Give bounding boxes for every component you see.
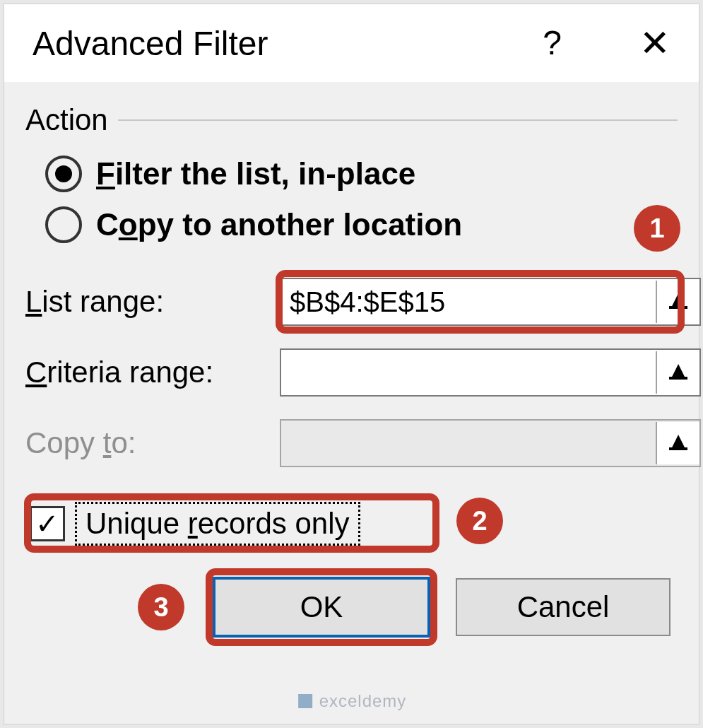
list-range-label: List range: xyxy=(25,285,280,319)
copy-to-input-wrap: ▲ xyxy=(280,419,701,467)
copy-to-label: Copy to: xyxy=(25,426,280,460)
criteria-range-refedit-button[interactable]: ▲ xyxy=(656,351,699,394)
copy-to-row: Copy to: ▲ xyxy=(25,417,678,469)
unique-records-row[interactable]: ✓ Unique records only 2 xyxy=(30,502,678,546)
radio-filter-in-place[interactable]: Filter the list, in-place xyxy=(45,155,678,192)
dialog-title: Advanced Filter xyxy=(33,24,543,63)
dialog-button-row: 3 OK Cancel xyxy=(25,577,678,638)
help-icon[interactable]: ? xyxy=(543,26,562,60)
list-range-row: List range: ▲ xyxy=(25,276,678,328)
radio-label-filter-in-place: Filter the list, in-place xyxy=(96,156,415,192)
criteria-range-row: Criteria range: ▲ xyxy=(25,346,678,399)
watermark-logo-icon xyxy=(297,693,314,710)
radio-label-copy-location: Copy to another location xyxy=(96,207,462,242)
criteria-range-label: Criteria range: xyxy=(25,356,280,389)
radio-copy-to-another-location[interactable]: Copy to another location 1 xyxy=(45,206,678,243)
copy-to-refedit-button[interactable]: ▲ xyxy=(656,422,699,464)
collapse-dialog-icon: ▲ xyxy=(666,365,690,380)
close-icon[interactable]: ✕ xyxy=(639,25,670,61)
unique-records-checkbox[interactable]: ✓ xyxy=(30,506,65,541)
criteria-range-input[interactable] xyxy=(281,350,656,395)
unique-records-label: Unique records only xyxy=(75,502,360,546)
callout-badge-2: 2 xyxy=(456,498,503,544)
collapse-dialog-icon: ▲ xyxy=(666,295,690,309)
radio-icon xyxy=(45,206,82,243)
svg-rect-0 xyxy=(298,694,312,708)
criteria-range-input-wrap: ▲ xyxy=(280,348,701,397)
callout-badge-1: 1 xyxy=(634,205,680,252)
list-range-input[interactable] xyxy=(281,279,656,324)
list-range-input-wrap: ▲ xyxy=(280,278,701,326)
checkmark-icon: ✓ xyxy=(35,510,59,538)
copy-to-input xyxy=(281,421,656,466)
cancel-button[interactable]: Cancel xyxy=(456,578,670,636)
titlebar: Advanced Filter ? ✕ xyxy=(4,4,699,82)
radio-icon xyxy=(45,155,82,192)
callout-badge-3: 3 xyxy=(138,584,184,630)
list-range-refedit-button[interactable]: ▲ xyxy=(656,281,699,323)
collapse-dialog-icon: ▲ xyxy=(666,436,690,450)
action-group-label: Action xyxy=(25,103,678,137)
watermark: exceldemy xyxy=(297,691,407,711)
advanced-filter-dialog: Advanced Filter ? ✕ Action Filter the li… xyxy=(4,4,699,724)
ok-button[interactable]: OK xyxy=(213,577,430,638)
